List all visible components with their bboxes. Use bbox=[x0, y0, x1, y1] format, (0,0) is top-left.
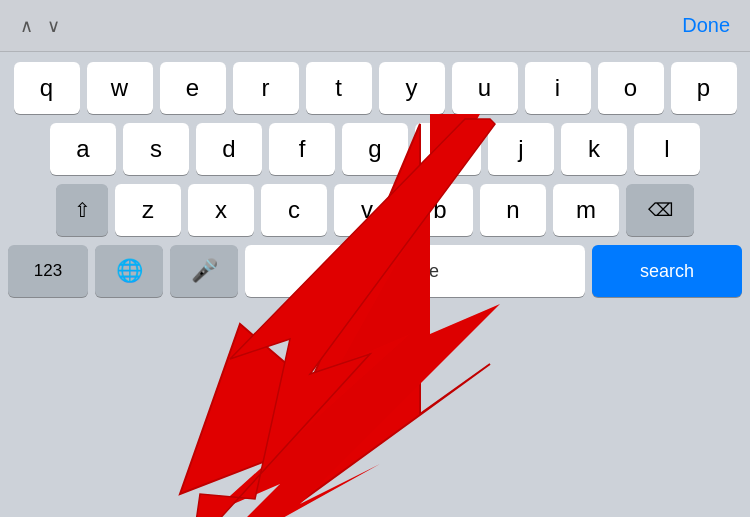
key-v[interactable]: v bbox=[334, 184, 400, 236]
key-row-2: a s d f g h j k l bbox=[4, 123, 746, 175]
key-c[interactable]: c bbox=[261, 184, 327, 236]
key-p[interactable]: p bbox=[671, 62, 737, 114]
key-y[interactable]: y bbox=[379, 62, 445, 114]
key-m[interactable]: m bbox=[553, 184, 619, 236]
key-t[interactable]: t bbox=[306, 62, 372, 114]
key-q[interactable]: q bbox=[14, 62, 80, 114]
keyboard: q w e r t y u i o p a s d f g h j k l ⇧ … bbox=[0, 52, 750, 517]
key-row-4: 123 🌐 🎤 space search bbox=[4, 245, 746, 297]
toolbar: ∧ ∨ Done bbox=[0, 0, 750, 52]
keyboard-wrapper: q w e r t y u i o p a s d f g h j k l ⇧ … bbox=[0, 52, 750, 517]
search-key[interactable]: search bbox=[592, 245, 742, 297]
key-x[interactable]: x bbox=[188, 184, 254, 236]
numbers-key[interactable]: 123 bbox=[8, 245, 88, 297]
down-arrow-icon[interactable]: ∨ bbox=[47, 15, 60, 37]
key-s[interactable]: s bbox=[123, 123, 189, 175]
globe-key[interactable]: 🌐 bbox=[95, 245, 163, 297]
key-o[interactable]: o bbox=[598, 62, 664, 114]
key-e[interactable]: e bbox=[160, 62, 226, 114]
key-k[interactable]: k bbox=[561, 123, 627, 175]
space-key[interactable]: space bbox=[245, 245, 585, 297]
key-j[interactable]: j bbox=[488, 123, 554, 175]
nav-arrows: ∧ ∨ bbox=[20, 15, 60, 37]
mic-key[interactable]: 🎤 bbox=[170, 245, 238, 297]
key-z[interactable]: z bbox=[115, 184, 181, 236]
delete-key[interactable]: ⌫ bbox=[626, 184, 694, 236]
key-row-1: q w e r t y u i o p bbox=[4, 62, 746, 114]
key-u[interactable]: u bbox=[452, 62, 518, 114]
key-n[interactable]: n bbox=[480, 184, 546, 236]
done-button[interactable]: Done bbox=[682, 14, 730, 37]
key-r[interactable]: r bbox=[233, 62, 299, 114]
key-i[interactable]: i bbox=[525, 62, 591, 114]
key-d[interactable]: d bbox=[196, 123, 262, 175]
up-arrow-icon[interactable]: ∧ bbox=[20, 15, 33, 37]
key-l[interactable]: l bbox=[634, 123, 700, 175]
key-h[interactable]: h bbox=[415, 123, 481, 175]
key-w[interactable]: w bbox=[87, 62, 153, 114]
key-row-3: ⇧ z x c v b n m ⌫ bbox=[4, 184, 746, 236]
key-b[interactable]: b bbox=[407, 184, 473, 236]
shift-key[interactable]: ⇧ bbox=[56, 184, 108, 236]
key-g[interactable]: g bbox=[342, 123, 408, 175]
key-f[interactable]: f bbox=[269, 123, 335, 175]
key-a[interactable]: a bbox=[50, 123, 116, 175]
